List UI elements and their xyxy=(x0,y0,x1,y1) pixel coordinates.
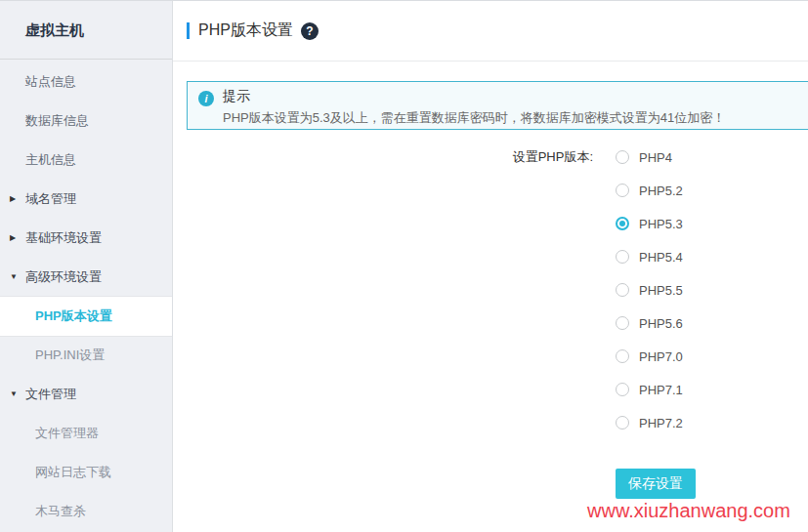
radio-icon[interactable] xyxy=(616,150,629,164)
caret-right-icon xyxy=(10,195,25,203)
notice-box: i 提示 PHP版本设置为5.3及以上，需在重置数据库密码时，将数据库加密模式设… xyxy=(187,81,808,130)
radio-label: PHP4 xyxy=(639,150,672,165)
sidebar-item-database-info[interactable]: 数据库信息 xyxy=(0,102,172,141)
page-title: PHP版本设置 xyxy=(198,20,293,41)
sidebar-item-label: PHP版本设置 xyxy=(35,307,112,325)
sidebar-item-label: 站点信息 xyxy=(25,73,76,91)
radio-option-php56[interactable]: PHP5.6 xyxy=(616,307,683,340)
caret-down-icon xyxy=(10,273,25,281)
radio-option-php55[interactable]: PHP5.5 xyxy=(616,273,683,307)
radio-icon[interactable] xyxy=(616,283,629,297)
caret-right-icon xyxy=(10,234,25,242)
sidebar-item-php-ini-settings[interactable]: PHP.INI设置 xyxy=(0,336,172,375)
sidebar-item-label: 数据库信息 xyxy=(25,112,89,130)
sidebar-item-label: 域名管理 xyxy=(25,190,76,208)
sidebar-item-file-management[interactable]: 文件管理 xyxy=(0,375,172,414)
sidebar-item-label: 主机信息 xyxy=(25,151,76,169)
title-accent-bar xyxy=(187,22,190,39)
sidebar-item-label: 文件管理器 xyxy=(35,425,99,442)
sidebar-item-label: 基础环境设置 xyxy=(25,229,102,247)
notice-title: 提示 xyxy=(223,88,808,104)
sidebar-title: 虚拟主机 xyxy=(0,1,172,60)
app-window: 虚拟主机 站点信息 数据库信息 主机信息 域名管理 基础环境设置 高级环境设置 xyxy=(0,0,808,532)
sidebar-menu: 站点信息 数据库信息 主机信息 域名管理 基础环境设置 高级环境设置 PHP版本… xyxy=(0,60,172,531)
notice-body: PHP版本设置为5.3及以上，需在重置数据库密码时，将数据库加密模式设置为41位… xyxy=(223,109,808,127)
radio-label: PHP5.4 xyxy=(639,250,683,265)
radio-label: PHP7.2 xyxy=(639,416,683,430)
radio-option-php52[interactable]: PHP5.2 xyxy=(616,174,683,207)
radio-option-php54[interactable]: PHP5.4 xyxy=(616,240,683,273)
sidebar-item-label: 文件管理 xyxy=(25,386,76,403)
radio-label: PHP7.0 xyxy=(639,349,683,364)
radio-label: PHP5.3 xyxy=(639,217,683,231)
php-version-label: 设置PHP版本: xyxy=(511,141,593,439)
sidebar-item-site-info[interactable]: 站点信息 xyxy=(0,62,172,102)
main-content: PHP版本设置 ? i 提示 PHP版本设置为5.3及以上，需在重置数据库密码时… xyxy=(173,1,808,532)
radio-icon[interactable] xyxy=(616,184,629,197)
radio-label: PHP7.1 xyxy=(639,383,683,397)
sidebar-item-trojan-scan[interactable]: 木马查杀 xyxy=(0,492,172,531)
info-icon: i xyxy=(198,91,214,106)
radio-option-php70[interactable]: PHP7.0 xyxy=(616,340,683,373)
sidebar-item-label: 木马查杀 xyxy=(35,503,86,520)
radio-label: PHP5.2 xyxy=(639,184,683,198)
sidebar: 虚拟主机 站点信息 数据库信息 主机信息 域名管理 基础环境设置 高级环境设置 xyxy=(0,1,173,532)
main-header: PHP版本设置 ? xyxy=(173,1,808,61)
sidebar-item-label: 网站日志下载 xyxy=(35,464,111,481)
sidebar-item-file-manager[interactable]: 文件管理器 xyxy=(0,414,172,453)
php-version-form: 设置PHP版本: PHP4 PHP5.2 PHP5.3 PHP5.4 xyxy=(511,141,683,439)
radio-label: PHP5.6 xyxy=(639,316,683,331)
sidebar-item-advanced-env-settings[interactable]: 高级环境设置 xyxy=(0,258,172,297)
question-icon[interactable]: ? xyxy=(301,22,319,40)
radio-option-php53[interactable]: PHP5.3 xyxy=(616,207,683,240)
caret-down-icon xyxy=(10,390,25,398)
watermark-text: www.xiuzhanwang.com xyxy=(587,500,779,522)
sidebar-item-host-info[interactable]: 主机信息 xyxy=(0,141,172,180)
radio-icon[interactable] xyxy=(616,250,629,264)
php-version-options: PHP4 PHP5.2 PHP5.3 PHP5.4 PHP5.5 xyxy=(616,141,683,439)
sidebar-item-basic-env-settings[interactable]: 基础环境设置 xyxy=(0,219,172,258)
sidebar-item-label: 高级环境设置 xyxy=(25,268,102,286)
radio-icon[interactable] xyxy=(616,383,629,396)
radio-checked-icon[interactable] xyxy=(616,217,629,230)
radio-label: PHP5.5 xyxy=(639,283,683,298)
radio-icon[interactable] xyxy=(616,316,629,330)
save-settings-button[interactable]: 保存设置 xyxy=(616,469,696,499)
radio-icon[interactable] xyxy=(616,416,629,430)
sidebar-item-php-version-settings[interactable]: PHP版本设置 xyxy=(0,297,172,336)
radio-option-php4[interactable]: PHP4 xyxy=(616,141,683,174)
sidebar-item-site-log-download[interactable]: 网站日志下载 xyxy=(0,453,172,492)
radio-option-php72[interactable]: PHP7.2 xyxy=(616,406,683,439)
sidebar-item-domain-management[interactable]: 域名管理 xyxy=(0,180,172,219)
radio-icon[interactable] xyxy=(616,349,629,363)
sidebar-item-label: PHP.INI设置 xyxy=(35,347,105,364)
radio-option-php71[interactable]: PHP7.1 xyxy=(616,373,683,406)
